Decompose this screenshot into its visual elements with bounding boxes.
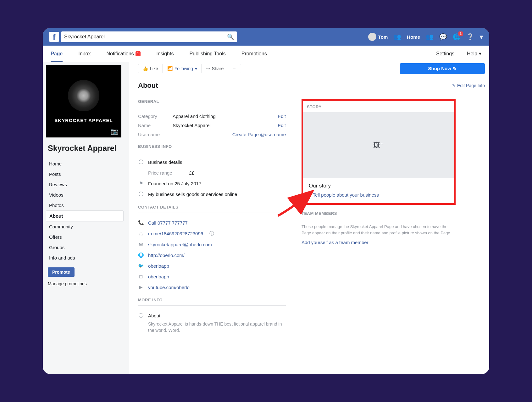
more-info-heading: MORE INFO [138, 298, 286, 306]
main-column: 👍Like 📶Following ▾ ↪Share ··· Shop Now ✎… [129, 62, 489, 374]
contact-heading: CONTACT DETAILS [138, 205, 286, 213]
facebook-logo-icon[interactable]: f [49, 32, 59, 42]
globe-icon: 🌐 [138, 252, 144, 258]
email-icon: ✉ [138, 242, 144, 247]
following-button[interactable]: 📶Following ▾ [163, 64, 202, 73]
tab-notifications[interactable]: Notifications 1 [106, 51, 141, 57]
tab-page[interactable]: Page [51, 51, 63, 62]
phone-icon: 📞 [138, 220, 144, 226]
website-link[interactable]: http://oberlo.com/ [148, 253, 185, 258]
tab-promotions[interactable]: Promotions [241, 51, 267, 57]
messenger-link[interactable]: m.me/1846920328723096 [148, 231, 203, 236]
notifications-icon[interactable]: 🌐1 [453, 33, 461, 41]
rss-icon: 📶 [167, 66, 173, 71]
page-body: SKYROCKET APPAREL 📷 Skyrocket Apparel Ho… [43, 62, 489, 374]
help-label: Help [467, 51, 477, 57]
add-image-icon: 🖼⁺ [373, 141, 384, 149]
help-icon[interactable]: ❔ [466, 33, 474, 41]
tab-insights[interactable]: Insights [156, 51, 174, 57]
category-label: Category [138, 114, 173, 119]
left-column: SKYROCKET APPAREL 📷 Skyrocket Apparel Ho… [43, 62, 126, 374]
info-icon: ⓘ [138, 159, 144, 165]
notif-count-badge: 1 [136, 51, 141, 56]
username-label: Username [138, 132, 173, 137]
dropdown-icon[interactable]: ▾ [480, 33, 483, 41]
sidebar-item-photos[interactable]: Photos [46, 200, 124, 210]
about-description: Skyrocket Apparel is hands-down THE best… [138, 321, 286, 333]
name-label: Name [138, 123, 173, 128]
business-details-label: Business details [148, 159, 182, 165]
edit-category-link[interactable]: Edit [278, 114, 286, 119]
share-icon: ↪ [206, 66, 210, 71]
manage-promotions-link[interactable]: Manage promotions [46, 280, 124, 288]
sidebar-item-offers[interactable]: Offers [46, 232, 124, 242]
more-button[interactable]: ··· [228, 64, 241, 73]
page-subnav: Page Inbox Notifications 1 Insights Publ… [43, 46, 489, 62]
sidebar-item-videos[interactable]: Videos [46, 190, 124, 200]
general-heading: GENERAL [138, 99, 286, 107]
category-value: Apparel and clothing [173, 114, 278, 119]
sidebar-item-reviews[interactable]: Reviews [46, 179, 124, 190]
twitter-icon: 🐦 [138, 263, 144, 269]
search-input[interactable] [64, 34, 227, 40]
shop-now-label: Shop Now [428, 66, 451, 71]
logo-image [68, 80, 99, 111]
edit-name-link[interactable]: Edit [278, 123, 286, 128]
link-help[interactable]: Help ▾ [467, 51, 481, 57]
youtube-link[interactable]: youtube.com/oberlo [148, 285, 190, 290]
search-icon[interactable]: 🔍 [227, 33, 234, 40]
edit-page-info-link[interactable]: ✎Edit Page Info [452, 83, 485, 88]
about-left-column: GENERAL Category Apparel and clothing Ed… [138, 99, 286, 333]
price-range-label: Price range [148, 170, 172, 176]
edit-page-label: Edit Page Info [457, 83, 485, 88]
youtube-icon: ▶ [138, 284, 144, 290]
topbar: f 🔍 Tom 👥 Home 👥 💬 🌐1 ❔ ▾ [43, 28, 489, 46]
home-link[interactable]: Home [407, 34, 420, 40]
twitter-link[interactable]: oberloapp [148, 263, 169, 269]
find-friends-icon[interactable]: 👥 [393, 33, 401, 41]
create-username-link[interactable]: Create Page @username [232, 132, 286, 137]
add-team-member-link[interactable]: Add yourself as a team member [302, 240, 456, 245]
email-link[interactable]: skyrocketapparel@oberlo.com [148, 242, 212, 247]
story-image-placeholder[interactable]: 🖼⁺ [303, 112, 454, 178]
about-label: About [148, 313, 160, 318]
team-members-description: These people manage the Skyrocket Appare… [302, 224, 456, 236]
tab-inbox[interactable]: Inbox [78, 51, 91, 57]
shop-now-button[interactable]: Shop Now ✎ [400, 63, 485, 74]
page-profile-photo[interactable]: SKYROCKET APPAREL 📷 [46, 65, 121, 137]
story-card: STORY 🖼⁺ Our story + Tell people about y… [302, 99, 456, 205]
search-box[interactable]: 🔍 [61, 31, 237, 42]
share-button[interactable]: ↪Share [202, 64, 228, 73]
phone-link[interactable]: Call 07777 777777 [148, 220, 188, 226]
user-name: Tom [378, 34, 388, 40]
instagram-icon: ◻ [138, 274, 144, 279]
sidebar-item-info-ads[interactable]: Info and ads [46, 253, 124, 263]
name-row: Name Skyrocket Apparel Edit [138, 121, 286, 130]
like-button[interactable]: 👍Like [138, 64, 163, 73]
like-label: Like [150, 66, 158, 71]
friend-requests-icon[interactable]: 👥 [426, 33, 434, 41]
price-range-value: ££ [189, 170, 195, 176]
info-icon: ⓘ [138, 191, 144, 197]
thumbs-up-icon: 👍 [143, 66, 148, 71]
user-profile-link[interactable]: Tom [368, 33, 388, 41]
sidebar-item-posts[interactable]: Posts [46, 169, 124, 179]
instagram-link[interactable]: oberloapp [148, 274, 169, 279]
sidebar-item-about[interactable]: About [46, 210, 124, 221]
camera-icon[interactable]: 📷 [111, 128, 118, 135]
action-row: 👍Like 📶Following ▾ ↪Share ··· [138, 64, 241, 73]
messenger-icon[interactable]: 💬 [439, 33, 447, 41]
flag-icon: ⚑ [138, 181, 144, 186]
sidebar-item-groups[interactable]: Groups [46, 242, 124, 253]
sidebar-item-community[interactable]: Community [46, 221, 124, 232]
sidebar-item-home[interactable]: Home [46, 159, 124, 169]
avatar-icon [368, 33, 376, 41]
tell-about-business-link[interactable]: + Tell people about your business [309, 192, 448, 198]
promote-button[interactable]: Promote [48, 267, 75, 277]
following-label: Following [175, 66, 193, 71]
info-icon: ⓘ [209, 231, 214, 237]
username-row: Username Create Page @username [138, 130, 286, 139]
tab-publishing-tools[interactable]: Publishing Tools [189, 51, 225, 57]
link-settings[interactable]: Settings [436, 51, 454, 57]
page-title: Skyrocket Apparel [46, 142, 124, 159]
